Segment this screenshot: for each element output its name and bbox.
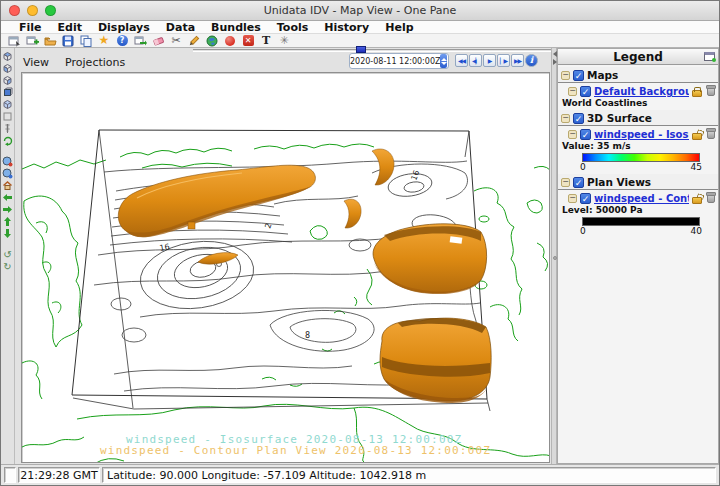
time-spinner-icon[interactable]	[440, 54, 447, 68]
redo-icon[interactable]: ↻	[2, 261, 14, 272]
scale-min: 0	[580, 226, 586, 236]
surface-visibility-checkbox[interactable]	[573, 113, 584, 124]
menu-edit[interactable]: Edit	[50, 21, 90, 34]
menu-bundles[interactable]: Bundles	[203, 21, 269, 34]
dashboard-icon[interactable]	[7, 34, 21, 47]
unlock-icon[interactable]	[692, 133, 702, 140]
collapse-item-icon[interactable]	[568, 130, 577, 139]
step-back-button[interactable]: ◀▏	[469, 54, 482, 67]
pan-left-icon[interactable]	[2, 192, 14, 203]
save-icon[interactable]	[61, 34, 75, 47]
text-icon[interactable]: T	[259, 34, 273, 47]
pan-down-icon[interactable]	[2, 228, 14, 239]
collapse-section-icon[interactable]	[561, 71, 570, 80]
copy-icon[interactable]	[79, 34, 93, 47]
legend-title: Legend	[613, 50, 663, 64]
play-button[interactable]: ▶	[483, 54, 496, 67]
view-side-icon[interactable]	[2, 63, 14, 74]
item-subtitle: World Coastlines	[558, 97, 718, 108]
pan-up-icon[interactable]	[2, 216, 14, 227]
title-bar: Unidata IDV - Map View - One Pane	[1, 1, 719, 21]
animation-properties-button[interactable]: i	[525, 54, 538, 67]
open-folder-icon[interactable]	[43, 34, 57, 47]
svg-text:2: 2	[263, 222, 273, 230]
trash-icon[interactable]	[707, 87, 715, 96]
trash-icon[interactable]	[707, 194, 715, 203]
menu-data[interactable]: Data	[158, 21, 203, 34]
contour-colorbar[interactable]	[582, 217, 700, 226]
eraser-icon[interactable]	[151, 34, 165, 47]
edit-pencil-icon[interactable]	[187, 34, 201, 47]
clock-readout: 21:29:28 GMT	[18, 467, 100, 483]
colorbar-scale: 0 40	[580, 226, 702, 236]
display-link[interactable]: Default Background Maps	[594, 86, 689, 97]
animation-controls: ◀◀ ◀▏ ▶ ▏▶ ▶▶ i	[455, 54, 538, 67]
rewind-button[interactable]: ◀◀	[455, 54, 468, 67]
box-outline-icon[interactable]	[2, 111, 14, 122]
view-bottom-icon[interactable]	[2, 99, 14, 110]
maps-visibility-checkbox[interactable]	[573, 70, 584, 81]
display-link[interactable]: windspeed - Contour Pl...	[594, 193, 689, 204]
isosurface-colorbar[interactable]	[582, 153, 700, 162]
map-view-panel: View Projections 2020-08-11 12:00:00Z ◀◀…	[15, 48, 551, 464]
time-select-dropdown[interactable]: 2020-08-11 12:00:00Z	[349, 53, 449, 69]
view-top-icon[interactable]	[2, 51, 14, 62]
menu-displays[interactable]: Displays	[90, 21, 158, 34]
collapse-section-icon[interactable]	[561, 114, 570, 123]
legend-item-default-background-maps: Default Background Maps	[558, 83, 718, 97]
position-readout: Latitude: 90.000 Longitude: -57.109 Alti…	[102, 467, 716, 483]
display-annotations: windspeed - Isosurface 2020-08-13 12:00:…	[100, 433, 491, 457]
collapse-item-icon[interactable]	[568, 194, 577, 203]
trash-icon[interactable]	[707, 130, 715, 139]
legend-header: Legend	[558, 49, 718, 65]
settings-gear-icon[interactable]: ✳	[277, 34, 291, 47]
globe-add-icon[interactable]	[2, 168, 14, 179]
lock-icon[interactable]	[692, 90, 702, 97]
collapse-section-icon[interactable]	[561, 178, 570, 187]
rotate-view-icon[interactable]	[2, 135, 14, 146]
plan-views-visibility-checkbox[interactable]	[573, 177, 584, 188]
new-window-icon[interactable]	[25, 34, 39, 47]
pan-right-icon[interactable]	[2, 204, 14, 215]
menu-file[interactable]: File	[11, 21, 50, 34]
colorbar-scale: 0 45	[580, 162, 702, 172]
delete-icon[interactable]: ✕	[241, 34, 255, 47]
record-icon[interactable]	[223, 34, 237, 47]
status-bar: 21:29:28 GMT Latitude: 90.000 Longitude:…	[1, 464, 719, 485]
map-canvas: 16 2 16 8 16	[21, 72, 550, 463]
main-area: ↺ ↻ View Projections 2020-08-11 12:00:00…	[1, 48, 719, 464]
menu-history[interactable]: History	[316, 21, 377, 34]
globe-remove-icon[interactable]	[2, 156, 14, 167]
view-front-icon[interactable]	[2, 75, 14, 86]
svg-text:8: 8	[305, 331, 310, 340]
item-visibility-checkbox[interactable]	[580, 193, 591, 204]
collapse-item-icon[interactable]	[568, 87, 577, 96]
ruler-icon[interactable]	[2, 123, 14, 134]
help-icon[interactable]: ?	[115, 34, 129, 47]
fast-forward-button[interactable]: ▶▶	[511, 54, 524, 67]
item-visibility-checkbox[interactable]	[580, 129, 591, 140]
legend-section-3d-surface: 3D Surface	[558, 110, 718, 126]
menu-view[interactable]: View	[23, 56, 49, 69]
status-pad	[4, 467, 16, 483]
menu-tools[interactable]: Tools	[269, 21, 316, 34]
globe-icon[interactable]	[205, 34, 219, 47]
item-subtitle: Value: 35 m/s	[558, 140, 718, 151]
export-window-icon[interactable]	[133, 34, 147, 47]
cut-icon[interactable]: ✂	[169, 34, 183, 47]
scale-max: 40	[691, 226, 702, 236]
display-link[interactable]: windspeed - Isosurface	[594, 129, 689, 140]
menu-help[interactable]: Help	[377, 21, 421, 34]
favorites-icon[interactable]: ★	[97, 34, 111, 47]
unlock-icon[interactable]	[692, 197, 702, 204]
home-view-icon[interactable]	[2, 180, 14, 191]
legend-item-windspeed-contour: windspeed - Contour Pl...	[558, 190, 718, 204]
scale-max: 45	[691, 162, 702, 172]
float-legend-icon[interactable]	[704, 52, 715, 61]
view-perspective-icon[interactable]	[2, 87, 14, 98]
item-visibility-checkbox[interactable]	[580, 86, 591, 97]
map-3d-scene[interactable]: 16 2 16 8 16	[22, 73, 550, 462]
menu-projections[interactable]: Projections	[65, 56, 125, 69]
step-forward-button[interactable]: ▏▶	[497, 54, 510, 67]
undo-icon[interactable]: ↺	[2, 249, 14, 260]
